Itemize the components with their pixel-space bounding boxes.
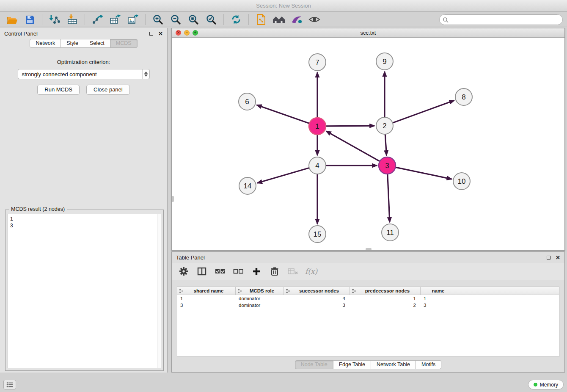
svg-text:14: 14 [244, 182, 252, 190]
svg-text:15: 15 [314, 230, 322, 238]
graph-node-6[interactable]: 6 [239, 93, 256, 110]
column-header-filler [456, 287, 559, 295]
network-window-title: scc.txt [361, 30, 376, 36]
column-header-shared-name[interactable]: shared name [177, 287, 236, 295]
show-hide-panels-button[interactable] [271, 13, 286, 26]
table-row[interactable]: 1 dominator 4 1 1 [177, 295, 559, 302]
column-header-successor-nodes[interactable]: successor nodes [284, 287, 350, 295]
graph-edge-3-1[interactable] [326, 131, 380, 161]
table-row[interactable]: 3 dominator 3 2 3 [177, 302, 559, 309]
float-panel-icon[interactable] [149, 32, 153, 36]
window-minimize-button[interactable]: − [184, 30, 190, 36]
close-panel-icon[interactable]: ✕ [556, 255, 560, 260]
homes-icon [272, 15, 286, 24]
memory-button[interactable]: Memory [528, 380, 564, 389]
graph-edge-1-2[interactable] [326, 126, 374, 126]
toolbar-separator [42, 14, 42, 25]
function-builder-button[interactable]: f(x) [305, 265, 317, 278]
deselect-all-button[interactable] [232, 265, 244, 278]
mcds-result-line: 3 [10, 222, 159, 229]
horizontal-scroll-handle[interactable] [366, 248, 372, 250]
control-panel-header: Control Panel ✕ [0, 28, 167, 39]
graph-node-4[interactable]: 4 [309, 157, 326, 174]
graph-node-3[interactable]: 3 [379, 157, 396, 174]
tab-style[interactable]: Style [61, 39, 84, 48]
search-icon [443, 17, 449, 25]
delete-table-button[interactable] [287, 265, 299, 278]
delete-table-icon [288, 268, 298, 275]
zoom-selected-icon [206, 14, 217, 25]
tab-select[interactable]: Select [84, 39, 110, 48]
graph-node-11[interactable]: 11 [382, 224, 399, 241]
result-scrollbar[interactable] [157, 214, 161, 368]
zoom-in-button[interactable] [150, 13, 165, 26]
style-brush-icon [291, 15, 302, 24]
refresh-view-button[interactable] [228, 13, 244, 26]
mcds-result-text-area[interactable]: 1 3 [8, 214, 161, 368]
svg-text:6: 6 [245, 98, 249, 106]
criterion-dropdown[interactable]: strongly connected component [18, 69, 150, 79]
network-canvas[interactable]: 7968124314101511 [172, 38, 564, 250]
toggle-columns-button[interactable] [196, 265, 208, 278]
export-image-button[interactable] [125, 13, 140, 26]
graph-edge-4-14[interactable] [257, 168, 309, 183]
tab-mcds[interactable]: MCDS [110, 39, 138, 48]
graph-node-2[interactable]: 2 [376, 117, 393, 134]
tab-network-table[interactable]: Network Table [371, 360, 416, 369]
cell-successor-nodes: 4 [284, 295, 350, 302]
window-close-button[interactable]: ✕ [176, 30, 181, 36]
export-table-button[interactable] [107, 13, 123, 26]
float-panel-icon[interactable] [547, 256, 550, 259]
graph-node-15[interactable]: 15 [309, 226, 326, 243]
column-header-name[interactable]: name [421, 287, 456, 295]
search-input[interactable] [439, 14, 563, 25]
graph-node-1[interactable]: 1 [309, 118, 326, 135]
zoom-selected-button[interactable] [204, 13, 219, 26]
column-header-mcds-role[interactable]: MCDS role [236, 287, 284, 295]
graph-edge-2-8[interactable] [393, 100, 454, 123]
zoom-fit-icon [188, 14, 199, 25]
tab-network[interactable]: Network [30, 39, 61, 48]
svg-text:10: 10 [458, 177, 466, 185]
vertical-scroll-handle[interactable] [172, 196, 174, 202]
mcds-result-group: MCDS result (2 nodes) 1 3 [5, 210, 164, 371]
task-history-button[interactable] [3, 380, 16, 389]
export-network-button[interactable] [90, 13, 105, 26]
delete-column-button[interactable] [269, 265, 281, 278]
column-header-predecessor-nodes[interactable]: predecessor nodes [350, 287, 421, 295]
export-network-icon [91, 14, 103, 25]
tab-edge-table[interactable]: Edge Table [333, 360, 371, 369]
graph-edge-3-11[interactable] [388, 174, 390, 222]
graph-node-7[interactable]: 7 [309, 54, 326, 71]
graph-node-9[interactable]: 9 [376, 53, 393, 70]
graph-edge-2-3[interactable] [385, 134, 386, 155]
table-settings-button[interactable] [178, 265, 190, 278]
graph-edge-3-10[interactable] [396, 167, 452, 179]
close-panel-button[interactable]: Close panel [86, 85, 130, 95]
tab-node-table[interactable]: Node Table [295, 360, 333, 369]
save-session-button[interactable] [22, 13, 37, 26]
select-all-button[interactable] [214, 265, 226, 278]
import-table-button[interactable] [65, 13, 80, 26]
graph-node-8[interactable]: 8 [455, 88, 472, 105]
toggle-view-button[interactable] [307, 13, 322, 26]
window-zoom-button[interactable]: + [193, 30, 198, 36]
open-session-button[interactable] [4, 13, 19, 26]
apply-style-button[interactable] [289, 13, 304, 26]
graph-node-10[interactable]: 10 [453, 173, 470, 190]
criterion-dropdown-value: strongly connected component [22, 71, 97, 77]
svg-text:11: 11 [386, 229, 394, 237]
share-document-button[interactable] [253, 13, 269, 26]
add-column-button[interactable] [250, 265, 262, 278]
save-floppy-icon [25, 15, 35, 25]
zoom-out-button[interactable] [168, 13, 183, 26]
tab-motifs[interactable]: Motifs [416, 360, 441, 369]
import-network-button[interactable] [47, 13, 62, 26]
open-folder-icon [6, 15, 18, 25]
column-type-icon [352, 289, 356, 293]
graph-node-14[interactable]: 14 [239, 177, 256, 194]
close-panel-icon[interactable]: ✕ [158, 31, 163, 36]
zoom-fit-button[interactable] [186, 13, 201, 26]
graph-edge-1-6[interactable] [257, 105, 309, 123]
run-mcds-button[interactable]: Run MCDS [37, 85, 80, 95]
